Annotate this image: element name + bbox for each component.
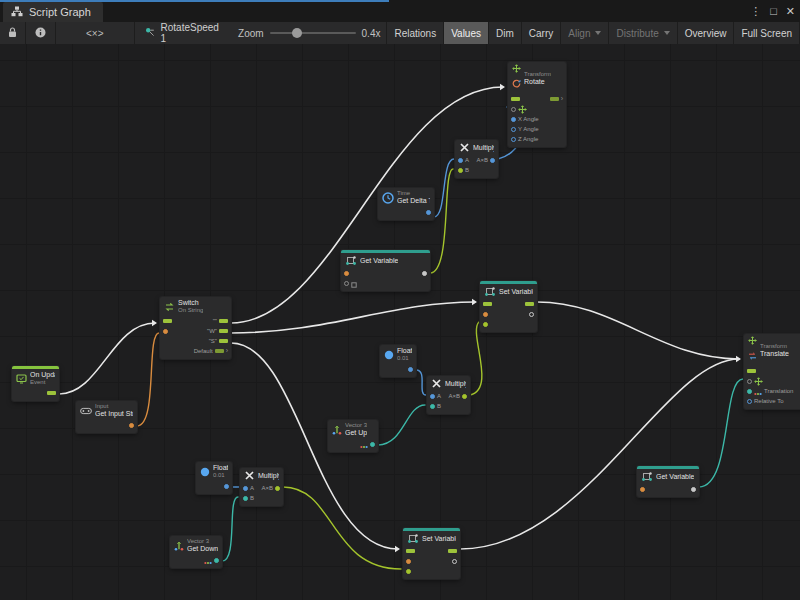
node-vector3-get-down[interactable]: Vector 3Get Down	[170, 536, 222, 568]
value-port[interactable]	[511, 117, 516, 122]
node-vector3-get-up[interactable]: Vector 3Get Up	[328, 420, 378, 452]
value-port[interactable]	[243, 486, 248, 491]
value-port[interactable]	[511, 137, 516, 142]
flow-port[interactable]	[163, 319, 172, 323]
node-title: On Update	[30, 371, 55, 379]
value-port[interactable]	[511, 107, 516, 112]
value-port[interactable]	[224, 484, 229, 489]
value-port[interactable]	[426, 210, 431, 215]
value-port[interactable]	[747, 399, 752, 404]
flow-continue-mark: ›	[561, 96, 563, 102]
value-port[interactable]	[529, 312, 534, 317]
value-port[interactable]	[640, 487, 645, 492]
vicon-icon	[204, 551, 212, 569]
flow-port[interactable]	[483, 302, 492, 306]
value-port[interactable]	[483, 312, 488, 317]
node-multiply-top[interactable]: MultiplyAA×BB	[455, 140, 498, 178]
node-float-mid[interactable]: Float0.01	[380, 345, 416, 377]
port-label: B	[465, 167, 469, 173]
node-port-row	[508, 104, 566, 114]
node-title: Set Variable	[422, 535, 456, 543]
value-port[interactable]	[452, 559, 457, 564]
flow-port[interactable]	[47, 391, 56, 395]
wire-vector3-get-up-to-multiply-mid-b	[378, 405, 425, 445]
node-subtitle: Time	[397, 190, 430, 197]
graph-canvas[interactable]: On UpdateEventInputGet Input StringSwitc…	[0, 0, 800, 600]
value-port[interactable]	[490, 158, 495, 163]
value-port[interactable]	[458, 158, 463, 163]
node-port-row	[170, 555, 222, 565]
value-port[interactable]	[430, 404, 435, 409]
flow-port[interactable]	[219, 339, 228, 343]
node-title: Switch	[178, 299, 203, 307]
flow-arrow-icon	[395, 546, 400, 552]
port-label: Translation	[764, 388, 793, 394]
node-multiply-mid[interactable]: MultiplyAA×BB	[427, 376, 470, 414]
value-port[interactable]	[462, 394, 467, 399]
node-port-row: Y Angle	[508, 124, 566, 134]
node-subtitle: Transform	[524, 71, 551, 78]
flow-port[interactable]	[448, 549, 457, 553]
value-port[interactable]	[406, 559, 411, 564]
node-translate[interactable]: TransformTranslateTranslationRelative To	[744, 334, 800, 409]
value-port[interactable]	[406, 569, 411, 574]
node-get-variable-br[interactable]: Get Variable	[637, 466, 699, 497]
port-label: Z Angle	[518, 136, 538, 142]
translate-icon	[748, 346, 757, 364]
clock-icon	[382, 192, 394, 204]
value-port[interactable]	[458, 168, 463, 173]
node-float-bottom[interactable]: Float0.01	[196, 462, 232, 494]
gamepad-icon	[80, 407, 92, 415]
flow-continue-mark: ›	[226, 348, 228, 354]
flow-port[interactable]	[215, 349, 224, 353]
switch-icon	[164, 302, 175, 312]
value-port[interactable]	[163, 329, 168, 334]
port-label: B	[437, 403, 441, 409]
node-multiply-bottom[interactable]: MultiplyAA×BB	[240, 468, 283, 506]
float-icon	[200, 467, 210, 477]
node-port-row: B	[455, 165, 498, 175]
node-get-input-string[interactable]: InputGet Input String	[76, 401, 137, 433]
node-title: Multiply	[258, 472, 279, 480]
flow-port[interactable]	[550, 97, 559, 101]
node-header: Multiply	[427, 376, 470, 390]
node-header: SwitchOn String	[160, 297, 231, 315]
port-label: B	[250, 495, 254, 501]
flow-port[interactable]	[219, 319, 228, 323]
value-port[interactable]	[408, 367, 413, 372]
node-subtitle: Transform	[760, 343, 789, 350]
value-port[interactable]	[370, 442, 375, 447]
node-on-update[interactable]: On UpdateEvent	[12, 366, 59, 401]
value-port[interactable]	[129, 423, 134, 428]
rotate-icon	[512, 74, 521, 92]
node-get-delta-time[interactable]: TimeGet Delta Time	[378, 188, 434, 220]
node-port-row: AA×B	[427, 391, 470, 401]
node-header: Float0.01	[380, 345, 416, 363]
value-port[interactable]	[747, 389, 752, 394]
value-port[interactable]	[275, 486, 280, 491]
node-switch-on-string[interactable]: SwitchOn String"""W""S"Default›	[160, 297, 231, 359]
value-port[interactable]	[422, 271, 427, 276]
node-port-row	[12, 388, 59, 398]
node-header: Float0.01	[196, 462, 232, 480]
flow-port[interactable]	[219, 329, 228, 333]
node-title: Get Delta Time	[397, 197, 430, 205]
port-label: A	[250, 485, 254, 491]
node-set-variable-mid[interactable]: Set Variable	[480, 281, 537, 332]
node-rotate[interactable]: TransformRotate›X AngleY AngleZ Angle	[508, 62, 566, 147]
value-port[interactable]	[691, 487, 696, 492]
value-port[interactable]	[243, 496, 248, 501]
node-set-variable-bottom[interactable]: Set Variable	[403, 528, 460, 579]
value-port[interactable]	[344, 281, 349, 286]
flow-arrow-icon	[152, 320, 157, 326]
flow-port[interactable]	[525, 302, 534, 306]
value-port[interactable]	[430, 394, 435, 399]
node-port-row: B	[427, 401, 470, 411]
node-port-row	[480, 319, 537, 329]
node-get-variable-top[interactable]: Get Variable	[341, 250, 430, 291]
flow-port[interactable]	[406, 549, 415, 553]
vector3-icon	[332, 425, 342, 435]
value-port[interactable]	[214, 558, 219, 563]
value-port[interactable]	[483, 322, 488, 327]
value-port[interactable]	[511, 127, 516, 132]
